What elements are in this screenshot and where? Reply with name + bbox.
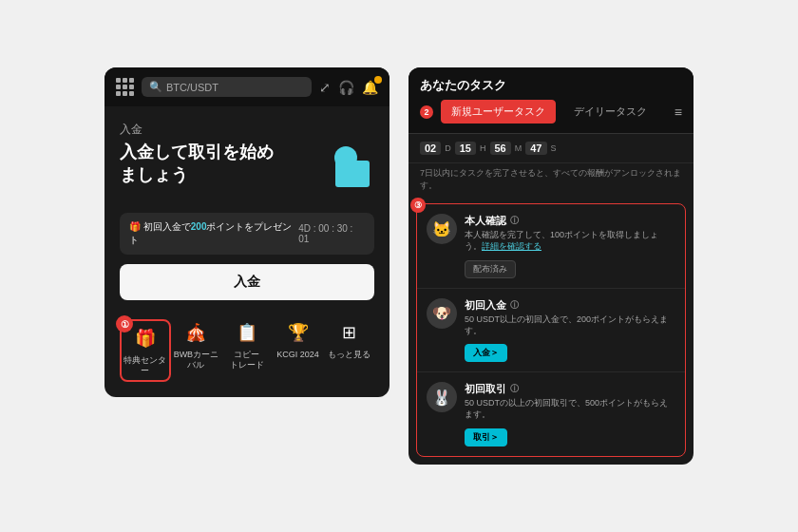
tab-new-user[interactable]: 新規ユーザータスク [441, 100, 556, 124]
info-icon-verify: ⓘ [510, 215, 519, 227]
gift-icon: 🎁 [132, 325, 159, 352]
timer-m: 56 [490, 142, 511, 155]
nav-label-more: もっと見る [328, 350, 370, 360]
task-item-trade: 🐰 初回取引 ⓘ 50 USDTの以上の初回取引で、500ポイントがもらえます。… [417, 372, 685, 455]
task-item-deposit: 🐶 初回入金 ⓘ 50 USDT以上の初回入金で、200ポイントがもらえます。 … [417, 289, 685, 372]
right-title: あなたのタスク [420, 77, 682, 94]
timer-h-label: H [480, 143, 486, 153]
right-panel: あなたのタスク 2 新規ユーザータスク デイリータスク ≡ 02 D 15 H … [408, 67, 694, 464]
task-content-deposit: 初回入金 ⓘ 50 USDT以上の初回入金で、200ポイントがもらえます。 入金… [465, 298, 675, 362]
nav-label-carnival: BWBカーニバル [174, 350, 219, 370]
header-icons: ⤢ 🎧 🔔 [319, 80, 378, 95]
deposit-label: 入金 [120, 122, 374, 138]
task-title-trade: 初回取引 ⓘ [465, 382, 675, 396]
illustration [317, 142, 374, 194]
nav-item-kcgi[interactable]: 🏆 KCGI 2024 [273, 319, 324, 382]
nav-label-kcgi: KCGI 2024 [276, 350, 319, 360]
left-body: 入金 入金して取引を始めましょう 🎁 初回入金で200ポイントをプレゼント 4D… [104, 106, 390, 396]
task-link-verify[interactable]: 詳細を確認する [482, 241, 542, 251]
timer-desc: 7日以内にタスクを完了させると、すべての報酬がアンロックされます。 [408, 163, 694, 196]
deposit-heading: 入金して取引を始めましょう [120, 142, 274, 186]
nav-item-wrap-kcgi: 🏆 KCGI 2024 [273, 319, 324, 382]
nav-items: 🎁 特典センター ① 🎪 BWBカーニバル 📋 コピートレード [120, 319, 374, 382]
timer-m-label: M [515, 143, 522, 153]
nav-item-copy[interactable]: 📋 コピートレード [221, 319, 273, 382]
task-avatar-trade: 🐰 [427, 382, 457, 412]
timer-d: 02 [420, 142, 441, 155]
bell-badge [374, 76, 382, 84]
task-btn-trade[interactable]: 取引＞ [465, 428, 507, 446]
task-btn-deposit[interactable]: 入金＞ [465, 344, 507, 362]
carnival-icon: 🎪 [182, 319, 209, 346]
tasks-wrapper: ③ 🐱 本人確認 ⓘ 本人確認を完了して、100ポイントを取得しましょう。詳細を… [416, 203, 686, 456]
nav-label-copy: コピートレード [230, 350, 264, 370]
right-header: あなたのタスク 2 新規ユーザータスク デイリータスク ≡ [408, 67, 694, 134]
task-avatar-verify: 🐱 [427, 214, 457, 244]
task-desc-deposit: 50 USDT以上の初回入金で、200ポイントがもらえます。 [465, 314, 675, 336]
tasks-list: ③ 🐱 本人確認 ⓘ 本人確認を完了して、100ポイントを取得しましょう。詳細を… [408, 196, 694, 464]
info-icon-trade: ⓘ [510, 383, 519, 395]
nav-item-more[interactable]: ⊞ もっと見る [323, 319, 374, 382]
task-title-verify: 本人確認 ⓘ [465, 214, 675, 228]
left-header: 🔍 BTC/USDT ⤢ 🎧 🔔 [104, 67, 390, 106]
timer-row: 02 D 15 H 56 M 47 S [408, 134, 694, 163]
bell-icon[interactable]: 🔔 [362, 80, 378, 95]
kcgi-icon: 🏆 [285, 319, 312, 346]
tasks-border: 🐱 本人確認 ⓘ 本人確認を完了して、100ポイントを取得しましょう。詳細を確認… [416, 203, 686, 456]
nav-item-wrap-copy: 📋 コピートレード [221, 319, 273, 382]
task-avatar-deposit: 🐶 [427, 298, 457, 329]
task-content-verify: 本人確認 ⓘ 本人確認を完了して、100ポイントを取得しましょう。詳細を確認する… [465, 214, 675, 277]
tab-row: 2 新規ユーザータスク デイリータスク ≡ [420, 100, 682, 124]
search-text: BTC/USDT [166, 82, 218, 93]
promo-highlight: 200 [191, 221, 207, 232]
task-btn-verify[interactable]: 配布済み [465, 260, 516, 278]
more-icon: ⊞ [335, 319, 362, 346]
promo-text: 🎁 初回入金で200ポイントをプレゼント [129, 220, 298, 247]
timer-s: 47 [525, 142, 546, 155]
left-panel: 🔍 BTC/USDT ⤢ 🎧 🔔 入金 入金して取引を始めましょう [104, 67, 390, 396]
grid-icon[interactable] [116, 78, 134, 96]
task-desc-trade: 50 USDTの以上の初回取引で、500ポイントがもらえます。 [465, 398, 675, 420]
nav-item-wrap-carnival: 🎪 BWBカーニバル [171, 319, 222, 382]
timer-h: 15 [455, 142, 476, 155]
copy-icon: 📋 [234, 319, 260, 346]
nav-item-wrap-gift: 🎁 特典センター ① [120, 319, 171, 382]
nav-item-wrap-more: ⊞ もっと見る [323, 319, 374, 382]
tab-daily[interactable]: デイリータスク [563, 100, 657, 124]
nav-item-carnival[interactable]: 🎪 BWBカーニバル [171, 319, 222, 382]
task-title-deposit: 初回入金 ⓘ [465, 298, 675, 313]
tab-more-icon[interactable]: ≡ [674, 104, 682, 120]
tab-badge: 2 [420, 105, 433, 119]
app-container: 🔍 BTC/USDT ⤢ 🎧 🔔 入金 入金して取引を始めましょう [86, 48, 712, 483]
promo-timer: 4D : 00 : 30 : 01 [298, 223, 365, 244]
nav-label-gift: 特典センター [124, 355, 167, 376]
task-desc-verify: 本人確認を完了して、100ポイントを取得しましょう。詳細を確認する [465, 230, 675, 252]
deposit-section: 入金 入金して取引を始めましょう [120, 122, 374, 198]
promo-banner: 🎁 初回入金で200ポイントをプレゼント 4D : 00 : 30 : 01 [120, 213, 374, 255]
headphone-icon[interactable]: 🎧 [338, 80, 354, 95]
info-icon-deposit: ⓘ [510, 299, 519, 312]
search-icon: 🔍 [149, 81, 162, 93]
task-item-verify: 🐱 本人確認 ⓘ 本人確認を完了して、100ポイントを取得しましょう。詳細を確認… [417, 204, 685, 288]
search-bar[interactable]: 🔍 BTC/USDT [142, 77, 312, 97]
timer-d-label: D [445, 143, 451, 153]
deposit-button[interactable]: 入金 [120, 264, 374, 300]
expand-icon[interactable]: ⤢ [319, 80, 331, 95]
timer-s-label: S [551, 143, 557, 153]
task-content-trade: 初回取引 ⓘ 50 USDTの以上の初回取引で、500ポイントがもらえます。 取… [465, 382, 675, 446]
